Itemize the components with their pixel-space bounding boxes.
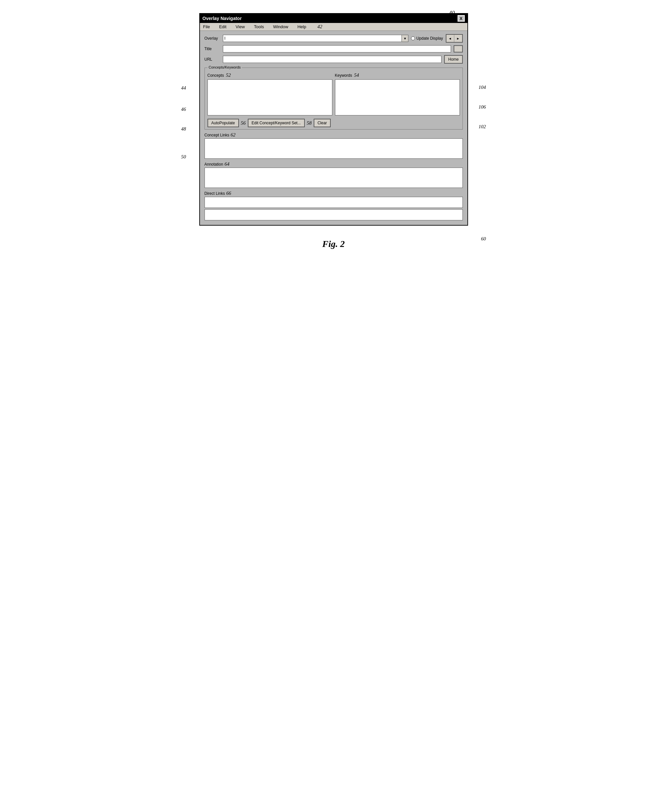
concept-links-label: Concept Links — [204, 133, 229, 137]
direct-links-textarea-top[interactable] — [204, 197, 463, 208]
url-row: URL Home — [204, 55, 463, 63]
overlay-label: Overlay — [204, 36, 220, 41]
keywords-ref: 54 — [354, 73, 359, 78]
edit-concept-button[interactable]: Edit Concept/Keyword Set... — [248, 119, 305, 127]
update-display-radio[interactable] — [411, 37, 415, 40]
content-area: Overlay ▼ Update Display ◄ ► Title — [200, 31, 467, 225]
ref-label-106: 106 — [478, 104, 486, 110]
annotation-label: Annotation — [204, 162, 223, 166]
url-label: URL — [204, 57, 220, 62]
ck-buttons-row: AutoPopulate 56 Edit Concept/Keyword Set… — [207, 119, 460, 127]
concept-links-label-row: Concept Links 62 — [204, 132, 463, 138]
overlay-row: Overlay ▼ Update Display ◄ ► — [204, 34, 463, 43]
title-row: Title — [204, 45, 463, 52]
ref-label-44: 44 — [181, 85, 186, 91]
home-button[interactable]: Home — [444, 55, 463, 63]
annotation-textarea[interactable] — [204, 168, 463, 188]
direct-links-section: Direct Links 66 — [204, 191, 463, 220]
title-bar: Overlay Navigator X — [200, 14, 467, 23]
autopopulate-button[interactable]: AutoPopulate — [207, 119, 239, 127]
direct-links-textarea-bottom[interactable] — [204, 209, 463, 220]
edit-ref: 58 — [307, 120, 312, 126]
menu-help[interactable]: Help — [295, 23, 308, 30]
ref-label-60: 60 — [481, 236, 486, 242]
concepts-keywords-section: Concepts/Keywords Concepts 52 Key — [204, 68, 463, 130]
direct-links-inner — [204, 197, 463, 220]
concepts-keywords-inner: Concepts 52 Keywords 54 — [207, 73, 460, 127]
nav-left-button[interactable]: ◄ — [446, 35, 454, 42]
update-display-group: Update Display — [411, 36, 443, 41]
direct-links-label-row: Direct Links 66 — [204, 191, 463, 196]
ref-label-104: 104 — [478, 85, 486, 90]
ref-label-50: 50 — [181, 154, 186, 160]
update-display-label: Update Display — [416, 36, 443, 41]
annotation-ref: 64 — [224, 161, 229, 167]
overlay-input[interactable] — [223, 35, 408, 41]
concept-links-ref: 62 — [231, 132, 236, 138]
window-title: Overlay Navigator — [202, 16, 242, 21]
concept-links-section: Concept Links 62 — [204, 132, 463, 159]
menu-window[interactable]: Window — [271, 23, 290, 30]
keywords-col: Keywords 54 — [335, 73, 460, 115]
ck-header-row: Concepts 52 Keywords 54 — [207, 73, 460, 115]
ref-label-102: 102 — [478, 124, 486, 130]
concepts-textarea[interactable] — [207, 79, 332, 115]
direct-links-ref: 66 — [226, 191, 231, 196]
direct-links-label: Direct Links — [204, 191, 225, 196]
ref-label-48: 48 — [181, 126, 186, 132]
ref-label-46: 46 — [181, 106, 186, 112]
annotation-section: Annotation 64 — [204, 161, 463, 188]
main-window: Overlay Navigator X File Edit View Tools… — [199, 13, 468, 226]
nav-right-button[interactable]: ► — [454, 35, 462, 42]
autopopulate-ref: 56 — [241, 120, 246, 126]
menu-edit[interactable]: Edit — [217, 23, 228, 30]
title-label: Title — [204, 47, 220, 51]
concept-links-textarea[interactable] — [204, 138, 463, 159]
menu-tools[interactable]: Tools — [252, 23, 266, 30]
figure-caption: Fig. 2 — [199, 239, 468, 249]
menu-ref: 42 — [317, 24, 322, 30]
keywords-label: Keywords — [335, 73, 352, 78]
title-input[interactable] — [223, 45, 451, 52]
nav-buttons: ◄ ► — [446, 34, 463, 43]
title-small-btn[interactable] — [454, 45, 463, 52]
keywords-textarea[interactable] — [335, 79, 460, 115]
url-input[interactable] — [223, 56, 442, 63]
concepts-ref: 52 — [226, 73, 231, 78]
close-button[interactable]: X — [458, 15, 465, 22]
concepts-col: Concepts 52 — [207, 73, 332, 115]
menu-view[interactable]: View — [234, 23, 247, 30]
overlay-dropdown-arrow[interactable]: ▼ — [402, 35, 408, 42]
concepts-label: Concepts — [207, 73, 224, 78]
concepts-keywords-title: Concepts/Keywords — [207, 65, 242, 69]
menu-bar: File Edit View Tools Window Help 42 — [200, 23, 467, 31]
clear-button[interactable]: Clear — [314, 119, 331, 127]
menu-file[interactable]: File — [201, 23, 212, 30]
annotation-label-row: Annotation 64 — [204, 161, 463, 167]
